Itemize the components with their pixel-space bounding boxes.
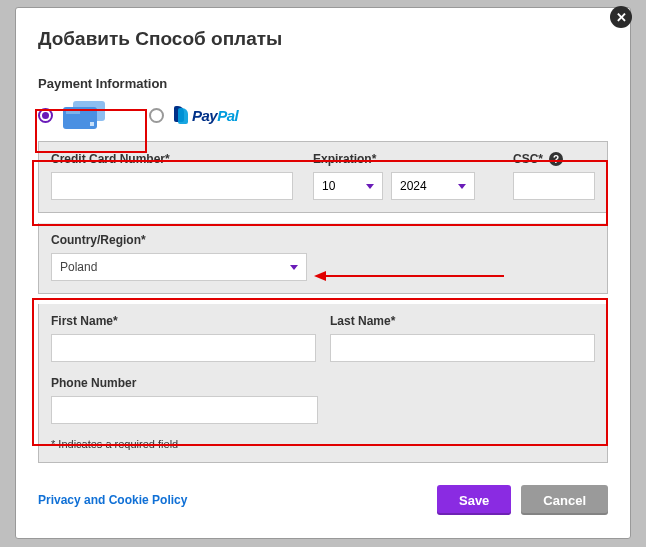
save-button[interactable]: Save [437,485,511,515]
chevron-down-icon [458,184,466,189]
close-button[interactable]: ✕ [610,6,632,28]
cc-number-input[interactable] [51,172,293,200]
paypal-logo: PayPal [174,106,238,124]
required-note: * Indicates a required field [51,438,595,450]
last-name-label: Last Name* [330,314,595,328]
exp-year-select[interactable]: 2024 [391,172,475,200]
card-details-panel: Credit Card Number* Expiration* 10 2024 [38,141,608,213]
csc-input[interactable] [513,172,595,200]
exp-month-select[interactable]: 10 [313,172,383,200]
radio-card[interactable] [38,108,53,123]
radio-paypal[interactable] [149,108,164,123]
country-value: Poland [60,260,97,274]
first-name-label: First Name* [51,314,316,328]
add-payment-modal: ✕ Добавить Способ оплаты Payment Informa… [15,7,631,539]
cancel-button[interactable]: Cancel [521,485,608,515]
exp-year-value: 2024 [400,179,427,193]
country-label: Country/Region* [51,233,595,247]
country-panel: Country/Region* Poland [38,223,608,294]
payment-method-paypal[interactable]: PayPal [149,106,238,124]
close-icon: ✕ [616,10,627,25]
modal-title: Добавить Способ оплаты [38,28,608,50]
credit-card-icon [63,101,109,129]
payment-method-card[interactable] [38,101,109,129]
chevron-down-icon [290,265,298,270]
phone-input[interactable] [51,396,318,424]
exp-month-value: 10 [322,179,335,193]
modal-footer: Privacy and Cookie Policy Save Cancel [38,485,608,515]
payment-info-heading: Payment Information [38,76,608,91]
chevron-down-icon [366,184,374,189]
last-name-input[interactable] [330,334,595,362]
name-panel: First Name* Last Name* Phone Number * In… [38,304,608,463]
first-name-input[interactable] [51,334,316,362]
payment-methods-group: PayPal [38,101,608,129]
country-select[interactable]: Poland [51,253,307,281]
help-icon[interactable]: ? [549,152,563,166]
phone-label: Phone Number [51,376,318,390]
expiration-label: Expiration* [313,152,493,166]
csc-label: CSC* [513,152,543,166]
paypal-icon [174,106,192,124]
privacy-policy-link[interactable]: Privacy and Cookie Policy [38,493,187,507]
cc-number-label: Credit Card Number* [51,152,293,166]
